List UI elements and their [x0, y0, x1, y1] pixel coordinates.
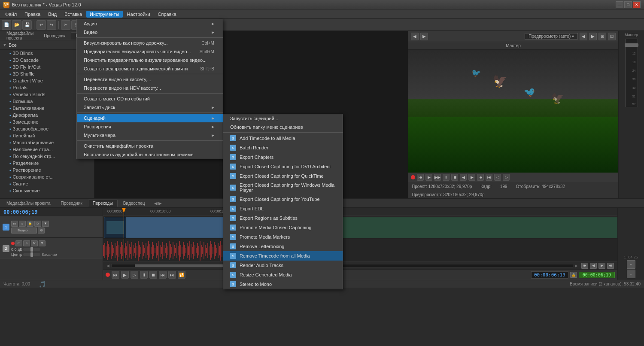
track-vol-knob[interactable]: [30, 247, 33, 252]
preview-mark-in[interactable]: ◁: [494, 174, 501, 181]
preview-tb-btn6[interactable]: ⊡: [608, 33, 616, 40]
bottom-tab-transitions[interactable]: Переходы: [88, 200, 118, 207]
preview-next-event[interactable]: ⏭: [486, 174, 492, 181]
transport-stop[interactable]: ⏹: [149, 271, 157, 279]
scenarios-refresh[interactable]: Обновить папку меню сценариев: [223, 123, 343, 131]
menu-edit[interactable]: Правка: [21, 11, 44, 18]
transport-loop[interactable]: 🔁: [178, 271, 185, 279]
close-button[interactable]: ✕: [633, 1, 641, 8]
menu-dynamic-preview[interactable]: Создать предпросмотр в динамической памя…: [77, 64, 223, 73]
preview-dropdown[interactable]: Предпросмотр (авто) ▾: [525, 33, 578, 39]
preview-play-from-start[interactable]: ⏮: [417, 174, 424, 181]
track-name-1[interactable]: Видео...: [11, 228, 37, 234]
transport-back-start[interactable]: ⏮: [112, 271, 119, 279]
menu-clean-media[interactable]: Очистить медиафайлы проекта: [77, 142, 223, 150]
timeline-nav-4[interactable]: ⏭: [607, 263, 614, 269]
bottom-tab-explorer[interactable]: Проводник: [56, 200, 87, 207]
menu-view[interactable]: Вид: [45, 11, 60, 18]
cut-btn[interactable]: ✂: [61, 20, 70, 30]
script-export-subtitles[interactable]: S Export Regions as Subtitles: [223, 213, 343, 223]
script-export-chapters[interactable]: S Export Chapters: [223, 152, 343, 162]
new-btn[interactable]: 📄: [2, 20, 11, 30]
script-batch-render[interactable]: S Batch Render: [223, 143, 343, 152]
script-export-yt[interactable]: S Export Closed Captioning for YouTube: [223, 194, 343, 204]
menu-multicam[interactable]: Мультикамера: [77, 131, 223, 140]
preview-next-frame[interactable]: ▶: [468, 174, 475, 181]
menu-file[interactable]: Файл: [2, 11, 20, 18]
transport-next[interactable]: ⏭: [168, 271, 176, 279]
fx-item-squeeze[interactable]: ▪Скатие: [0, 180, 94, 187]
fx-item-split[interactable]: ▪Разделение: [0, 160, 94, 167]
track-pan-fader[interactable]: [23, 253, 40, 256]
script-export-wmp[interactable]: S Export Closed Captioning for Windows M…: [223, 181, 343, 194]
track-expand-btn-1[interactable]: ▼: [42, 221, 49, 227]
script-promote-markers[interactable]: S Promote Media Markers: [223, 232, 343, 242]
bottom-tab-media[interactable]: Медиафайлы проекта: [2, 200, 55, 207]
preview-stop-btn[interactable]: ⏹: [451, 174, 458, 181]
track-settings-btn-1[interactable]: ⚙: [38, 228, 45, 234]
track-fx-btn-1[interactable]: fx: [34, 221, 41, 227]
script-render-audio[interactable]: S Render Audio Tracks: [223, 261, 343, 270]
menu-clean-prerender[interactable]: Почистить предварительно визуализированн…: [77, 56, 223, 64]
script-remove-timecode[interactable]: S Remove Timecode from all Media: [223, 251, 343, 261]
script-export-qt[interactable]: S Export Closed Captioning for QuickTime: [223, 171, 343, 181]
menu-render-new-track[interactable]: Визуализировать как новую дорожку... Ctr…: [77, 39, 223, 47]
script-promote-cc[interactable]: S Promote Media Closed Captioning: [223, 223, 343, 232]
preview-mark-out[interactable]: ▷: [503, 174, 510, 181]
track-solo-btn-1[interactable]: s: [19, 221, 26, 227]
menu-extensions[interactable]: Расширения: [77, 122, 223, 131]
tab-media[interactable]: Медиафайлы проекта: [2, 30, 38, 42]
tab-explorer[interactable]: Проводник: [39, 32, 70, 39]
menu-scenarios[interactable]: Сценарий Запустить сценарий... Обновить …: [77, 114, 223, 122]
minimize-button[interactable]: —: [616, 1, 623, 8]
track-vol-fader[interactable]: [23, 248, 40, 251]
zoom-out-btn[interactable]: -: [627, 270, 635, 278]
script-stereo-mono[interactable]: S Stereo to Mono: [223, 279, 343, 289]
save-btn[interactable]: 💾: [22, 20, 32, 30]
video-clip-1[interactable]: [104, 217, 224, 238]
script-resize-generated[interactable]: S Resize Generated Media: [223, 270, 343, 279]
bottom-tab-effects[interactable]: Видеоспец: [118, 200, 150, 207]
track-mute-btn-2[interactable]: m: [15, 240, 22, 246]
preview-tb-btn2[interactable]: ▶: [420, 33, 428, 40]
menu-restore-audio[interactable]: Восстановить аудиофайлы в автономном реж…: [77, 150, 223, 159]
fx-item-fold[interactable]: ▪Сворачивание ст...: [0, 173, 94, 180]
track-mute-btn-1[interactable]: m: [11, 221, 18, 227]
scrollbar-thumb[interactable]: [135, 264, 227, 267]
track-expand-btn-2[interactable]: ▼: [39, 240, 46, 246]
menu-tools[interactable]: Инструменты: [86, 11, 123, 18]
fx-item-dissolve[interactable]: ▪Растворение: [0, 167, 94, 173]
transport-rec[interactable]: [106, 273, 110, 277]
redo-btn[interactable]: ↪: [47, 20, 56, 30]
menu-prerender[interactable]: Предварительно визуализировать части вид…: [77, 47, 223, 56]
menu-video-item[interactable]: Видео: [77, 28, 223, 36]
menu-help[interactable]: Справка: [155, 11, 180, 18]
track-solo-btn-2[interactable]: s: [23, 240, 30, 246]
open-btn[interactable]: 📂: [12, 20, 21, 30]
transport-prev[interactable]: ⏮: [159, 271, 167, 279]
fx-item-slide[interactable]: ▪Скольжение: [0, 187, 94, 194]
transport-play-sel[interactable]: ▷: [131, 271, 138, 279]
track-pan-knob[interactable]: [30, 252, 33, 257]
preview-tb-btn1[interactable]: ◀: [411, 33, 419, 40]
menu-transfer-hdv[interactable]: Перенести видео на HDV кассету...: [77, 84, 223, 92]
transport-pause[interactable]: ⏸: [140, 271, 148, 279]
undo-btn[interactable]: ↩: [36, 20, 46, 30]
transport-play[interactable]: ▶: [121, 271, 129, 279]
preview-pause-btn[interactable]: ⏸: [443, 174, 450, 181]
fader-knob[interactable]: [625, 43, 638, 47]
script-export-edl[interactable]: S Export EDL: [223, 204, 343, 213]
zoom-in-btn[interactable]: +: [627, 260, 635, 269]
maximize-button[interactable]: □: [624, 1, 632, 8]
menu-audio-item[interactable]: Аудио: [77, 19, 223, 28]
track-fx-btn-2[interactable]: fx: [31, 240, 38, 246]
scenarios-run[interactable]: Запустить сценарий...: [223, 114, 343, 123]
preview-tb-btn3[interactable]: ◀: [580, 33, 587, 40]
timeline-nav-1[interactable]: ⏮: [581, 263, 588, 269]
preview-rec-btn[interactable]: [411, 175, 415, 179]
menu-transfer-tape[interactable]: Перенести видео на кассету,...: [77, 75, 223, 84]
timeline-nav-2[interactable]: ◀: [590, 263, 597, 269]
timeline-nav-3[interactable]: ▶: [598, 263, 605, 269]
script-export-dvd[interactable]: S Export Closed Captioning for DVD Archi…: [223, 162, 343, 171]
preview-play-btn[interactable]: ▶: [425, 174, 432, 181]
